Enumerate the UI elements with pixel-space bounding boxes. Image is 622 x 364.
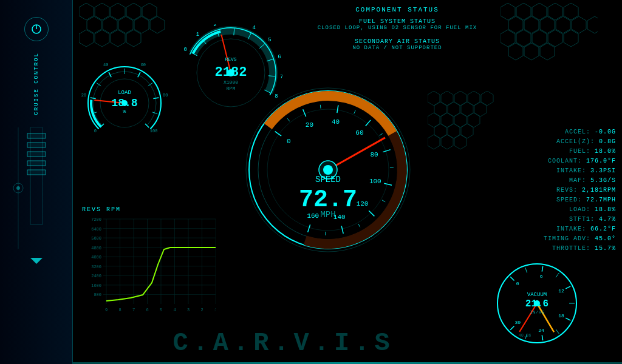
app-title: C.A.R.V.I.S	[85, 329, 482, 358]
svg-marker-12	[79, 3, 94, 20]
vacuum-gauge	[488, 255, 586, 352]
svg-point-10	[16, 186, 20, 190]
data-value: 0.8G	[599, 138, 616, 145]
data-readout-item: INTAKE: 66.2°F	[494, 224, 616, 234]
data-label: LOAD:	[569, 206, 590, 213]
data-readouts-panel: ACCEL: -0.0GACCEL(Z): 0.8GFUEL: 18.0%COO…	[494, 127, 616, 254]
data-readout-item: STFT1: 4.7%	[494, 215, 616, 224]
svg-rect-3	[27, 133, 46, 138]
fuel-system-value: CLOSED LOOP, USING O2 SENSOR FOR FUEL MI…	[306, 25, 488, 31]
data-readout-item: INTAKE: 3.3PSI	[494, 166, 616, 176]
data-label: THROTTLE:	[552, 245, 590, 252]
data-label: INTAKE:	[556, 226, 586, 232]
svg-rect-2	[30, 127, 43, 224]
data-label: SPEED:	[556, 197, 582, 203]
fuel-system-section: FUEL SYSTEM STATUS CLOSED LOOP, USING O2…	[306, 18, 488, 31]
data-label: ACCEL:	[565, 129, 590, 135]
data-readout-item: ACCEL(Z): 0.8G	[494, 137, 616, 147]
data-label: STFT1:	[569, 216, 595, 223]
load-gauge	[79, 55, 170, 146]
data-value: 45.0°	[595, 235, 616, 242]
data-value: 2,181RPM	[582, 187, 616, 194]
sidebar: CRUISE CONTROL	[0, 0, 73, 364]
data-value: -0.0G	[595, 129, 616, 135]
data-label: TIMING ADV:	[544, 235, 590, 242]
svg-rect-7	[27, 170, 46, 175]
data-readout-item: TIMING ADV: 45.0°	[494, 234, 616, 244]
svg-marker-11	[30, 258, 43, 264]
svg-rect-4	[27, 143, 46, 147]
data-value: 5.3G/S	[590, 177, 616, 184]
data-value: 66.2°F	[590, 226, 616, 232]
power-icon[interactable]	[24, 17, 49, 41]
data-value: 176.0°F	[586, 158, 616, 164]
data-readout-item: THROTTLE: 15.7%	[494, 244, 616, 254]
data-readout-item: COOLANT: 176.0°F	[494, 157, 616, 166]
speed-gauge	[237, 79, 419, 261]
rpm-chart-title: REVS RPM	[82, 206, 216, 213]
data-value: 4.7%	[599, 216, 616, 223]
data-readout-item: SPEED: 72.7MPH	[494, 195, 616, 205]
data-label: INTAKE:	[556, 167, 586, 174]
data-value: 3.3PSI	[590, 167, 616, 174]
data-label: COOLANT:	[548, 158, 582, 164]
component-status-title: COMPONENT STATUS	[306, 6, 488, 13]
secondary-air-value: NO DATA / NOT SUPPORTED	[306, 45, 488, 51]
data-value: 72.7MPH	[586, 197, 616, 203]
data-readout-item: FUEL: 18.0%	[494, 147, 616, 157]
data-value: 18.0%	[595, 148, 616, 155]
fuel-system-label: FUEL SYSTEM STATUS	[306, 18, 488, 25]
data-label: MAF:	[569, 177, 586, 184]
status-panel: COMPONENT STATUS FUEL SYSTEM STATUS CLOS…	[306, 6, 488, 58]
data-label: ACCEL(Z):	[556, 138, 595, 145]
svg-marker-13	[501, 3, 515, 20]
data-label: REVS:	[556, 187, 578, 194]
data-value: 18.8%	[595, 206, 616, 213]
data-readout-item: REVS: 2,181RPM	[494, 186, 616, 195]
rpm-chart: REVS RPM	[82, 206, 216, 315]
hex-decoration-top-left	[79, 3, 170, 52]
data-label: FUEL:	[569, 148, 590, 155]
sidebar-decoration	[12, 127, 61, 249]
sidebar-label: CRUISE CONTROL	[33, 52, 39, 115]
data-readout-item: MAF: 5.3G/S	[494, 176, 616, 186]
data-readout-item: LOAD: 18.8%	[494, 205, 616, 215]
hex-decoration-mid-right	[428, 91, 501, 164]
scroll-down-button[interactable]	[27, 255, 46, 270]
svg-rect-6	[27, 161, 46, 166]
secondary-air-label: SECONDARY AIR STATUS	[306, 38, 488, 45]
svg-rect-5	[27, 152, 46, 157]
data-value: 15.7%	[595, 245, 616, 252]
data-readout-item: ACCEL: -0.0G	[494, 127, 616, 137]
hex-decoration-top-right	[501, 3, 598, 64]
secondary-air-section: SECONDARY AIR STATUS NO DATA / NOT SUPPO…	[306, 38, 488, 51]
